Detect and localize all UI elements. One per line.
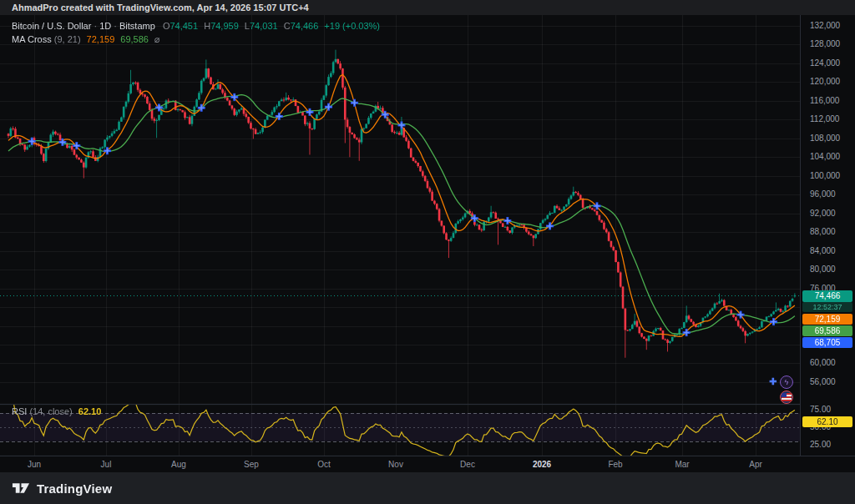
month-label-feb: Feb — [599, 460, 632, 469]
rsi-badge: 62.10 — [802, 416, 852, 427]
timeframe-label[interactable]: 1D — [99, 21, 111, 31]
last-price-badge: 74,466 — [802, 290, 852, 302]
price-tick: 100,000 — [810, 172, 840, 180]
price-tick: 104,000 — [810, 153, 840, 161]
month-label-dec: Dec — [451, 460, 484, 469]
price-tick: 84,000 — [810, 247, 836, 255]
month-label-2026: 2026 — [525, 460, 559, 469]
symbol-legend-row[interactable]: Bitcoin / U.S. Dollar · 1D · Bitstamp O7… — [12, 19, 380, 33]
price-tick: 96,000 — [810, 190, 836, 199]
change-value: +19 (+0.03%) — [324, 21, 380, 31]
price-tick: 116,000 — [810, 97, 839, 105]
legend-separator: · — [94, 21, 97, 31]
ma-slow-badge: 69,586 — [802, 325, 852, 336]
ma-fast-value: 72,159 — [87, 34, 115, 44]
countdown-badge: 12:52:37 — [802, 302, 852, 312]
month-label-jul: Jul — [89, 460, 123, 469]
economic-event-flag-icon[interactable] — [780, 391, 793, 404]
chart-area[interactable]: Bitcoin / U.S. Dollar · 1D · Bitstamp O7… — [0, 15, 855, 456]
open-value: 74,451 — [169, 21, 198, 31]
price-tick: 108,000 — [810, 134, 840, 143]
month-label-sep: Sep — [235, 460, 268, 469]
price-tick: 124,000 — [810, 59, 840, 68]
rsi-legend-row[interactable]: RSI (14, close) 62.10 — [12, 406, 101, 416]
month-label-aug: Aug — [162, 460, 195, 469]
price-tick: 88,000 — [810, 228, 836, 236]
price-tick: 92,000 — [810, 209, 836, 218]
price-tick: 56,000 — [810, 378, 836, 386]
time-axis[interactable]: JunJulAugSepOctNovDec2026FebMarApr — [0, 456, 855, 472]
tradingview-wordmark: TradingView — [37, 481, 112, 496]
indicator-params: (9, 21) — [54, 34, 81, 44]
high-letter: H — [204, 21, 210, 31]
price-tick: 112,000 — [810, 115, 839, 123]
price-tick: 80,000 — [810, 265, 836, 274]
legend-separator: · — [114, 21, 117, 31]
tradingview-logo-icon — [12, 481, 30, 496]
month-label-apr: Apr — [739, 460, 772, 469]
us-flag-icon — [782, 393, 792, 401]
price-chart-canvas[interactable] — [0, 15, 800, 456]
rsi-name: RSI — [12, 406, 27, 416]
price-tick: 60,000 — [810, 359, 836, 367]
month-label-jun: Jun — [18, 460, 51, 469]
price-tick: 128,000 — [810, 40, 840, 48]
attribution-text: AhmadPro created with TradingView.com, A… — [12, 3, 309, 13]
price-axis[interactable]: 132,000128,000124,000120,000116,000112,0… — [800, 15, 855, 456]
month-label-oct: Oct — [307, 460, 341, 469]
tradingview-logo[interactable]: TradingView — [12, 481, 112, 496]
bottom-bar: TradingView — [0, 472, 855, 504]
chart-legend[interactable]: Bitcoin / U.S. Dollar · 1D · Bitstamp O7… — [12, 19, 380, 46]
high-value: 74,959 — [210, 21, 239, 31]
indicator-name: MA Cross — [12, 34, 52, 44]
symbol-title: Bitcoin / U.S. Dollar — [12, 21, 91, 31]
low-value: 74,031 — [250, 21, 278, 31]
month-label-nov: Nov — [379, 460, 412, 469]
rsi-tick: 75.00 — [810, 406, 831, 414]
rsi-tick: 25.00 — [810, 441, 831, 449]
close-letter: C — [284, 21, 291, 31]
ma-slow-value: 69,586 — [120, 34, 149, 44]
close-value: 74,466 — [291, 21, 319, 31]
plus-marker-icon: ✚ — [769, 376, 777, 387]
indicator-more-icon[interactable]: ⌀ — [154, 34, 160, 44]
month-label-mar: Mar — [665, 460, 699, 469]
price-tick: 132,000 — [810, 22, 840, 30]
ma-cross-badge: 68,705 — [802, 337, 852, 348]
rsi-value: 62.10 — [78, 406, 102, 416]
price-tick: 120,000 — [810, 78, 840, 86]
ma-fast-badge: 72,159 — [802, 314, 852, 325]
crypto-event-icon[interactable]: ϟ — [780, 375, 793, 389]
attribution-bar: AhmadPro created with TradingView.com, A… — [0, 0, 855, 15]
rsi-params: (14, close) — [29, 406, 72, 416]
indicator-legend-row[interactable]: MA Cross (9, 21) 72,159 69,586 ⌀ — [12, 33, 380, 46]
exchange-label: Bitstamp — [119, 21, 155, 31]
